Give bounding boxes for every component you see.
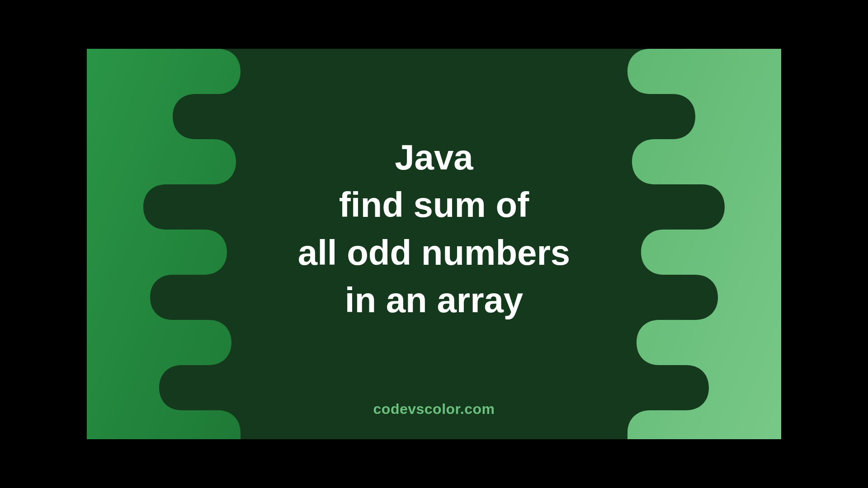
title-line-1: Java xyxy=(298,134,570,181)
right-blob-shape xyxy=(591,49,781,439)
title-line-4: in an array xyxy=(298,277,570,324)
title-line-2: find sum of xyxy=(298,181,570,229)
title-line-3: all odd numbers xyxy=(298,229,570,276)
banner-graphic: Java find sum of all odd numbers in an a… xyxy=(87,49,781,439)
left-blob-shape xyxy=(87,49,277,439)
footer-attribution: codevscolor.com xyxy=(373,401,495,418)
title-container: Java find sum of all odd numbers in an a… xyxy=(298,134,570,324)
